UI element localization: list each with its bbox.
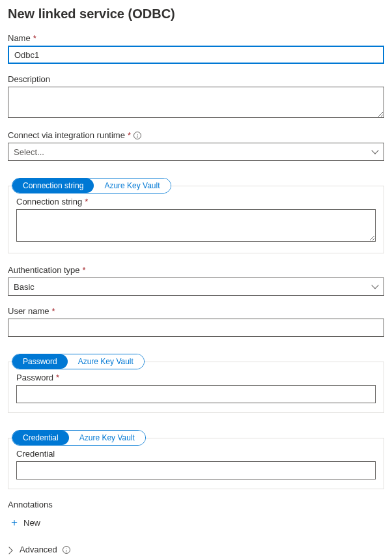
runtime-select[interactable]: Select... xyxy=(8,143,384,161)
password-input[interactable] xyxy=(16,385,376,403)
annotations-label: Annotations xyxy=(8,500,384,509)
advanced-label: Advanced xyxy=(20,545,57,554)
info-icon[interactable]: i xyxy=(63,546,70,554)
username-label: User name* xyxy=(8,306,384,316)
info-icon[interactable]: i xyxy=(133,132,141,139)
description-textarea[interactable] xyxy=(8,87,384,118)
tab-azure-key-vault-pwd[interactable]: Azure Key Vault xyxy=(68,354,144,369)
tab-connection-string[interactable]: Connection string xyxy=(12,179,94,193)
connection-string-textarea[interactable] xyxy=(16,209,376,242)
username-input[interactable] xyxy=(8,319,384,337)
chevron-right-icon xyxy=(8,548,14,552)
password-source-tabs: Password Azure Key Vault xyxy=(12,354,145,369)
runtime-label: Connect via integration runtime* i xyxy=(8,130,384,140)
tab-credential[interactable]: Credential xyxy=(12,431,69,445)
name-input[interactable] xyxy=(8,46,384,64)
required-asterisk: * xyxy=(52,306,55,316)
chevron-down-icon xyxy=(372,150,378,154)
credential-source-tabs: Credential Azure Key Vault xyxy=(12,430,146,446)
connection-source-tabs: Connection string Azure Key Vault xyxy=(12,178,171,193)
auth-type-select-value: Basic xyxy=(14,282,35,292)
chevron-down-icon xyxy=(372,285,378,289)
required-asterisk: * xyxy=(83,265,86,275)
tab-azure-key-vault-cred[interactable]: Azure Key Vault xyxy=(69,431,145,445)
name-label: Name* xyxy=(8,33,384,43)
add-annotation-button[interactable]: ＋ New xyxy=(8,515,42,530)
required-asterisk: * xyxy=(33,33,36,43)
required-asterisk: * xyxy=(56,373,59,382)
plus-icon: ＋ xyxy=(9,517,20,528)
required-asterisk: * xyxy=(85,197,88,207)
add-annotation-label: New xyxy=(23,518,40,528)
required-asterisk: * xyxy=(128,130,131,140)
advanced-toggle[interactable]: Advanced i xyxy=(8,545,70,554)
tab-password[interactable]: Password xyxy=(12,354,68,369)
connection-string-label: Connection string* xyxy=(16,197,376,207)
connection-string-box: Connection string* xyxy=(8,186,384,253)
credential-label: Credential xyxy=(16,449,376,459)
tab-azure-key-vault-conn[interactable]: Azure Key Vault xyxy=(94,179,170,193)
runtime-select-value: Select... xyxy=(14,147,44,157)
auth-type-select[interactable]: Basic xyxy=(8,278,384,296)
auth-type-label: Authentication type* xyxy=(8,265,384,275)
panel-title: New linked service (ODBC) xyxy=(8,7,384,21)
credential-input[interactable] xyxy=(16,461,376,479)
description-label: Description xyxy=(8,74,384,84)
password-label: Password* xyxy=(16,373,376,382)
